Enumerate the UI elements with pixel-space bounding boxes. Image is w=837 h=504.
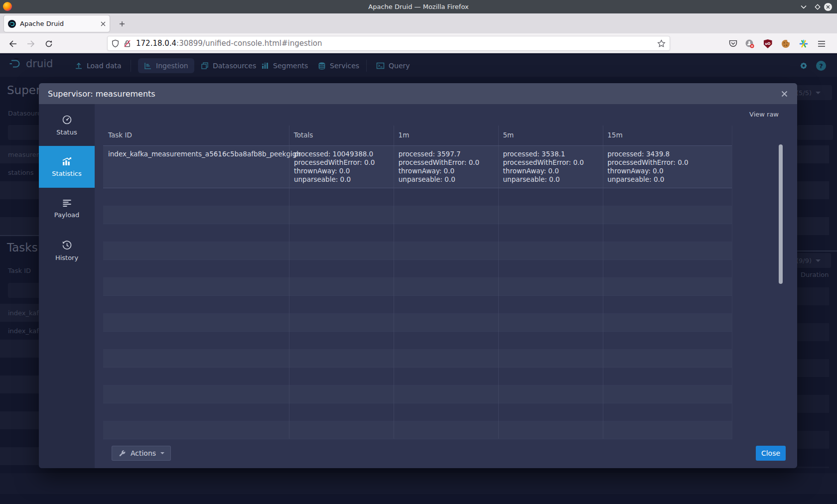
tasks-refresh-count[interactable]: (9/9) (791, 253, 831, 268)
forward-button[interactable] (24, 37, 37, 50)
nav-label-load-data: Load data (87, 62, 122, 70)
empty-table-row (103, 385, 732, 403)
services-icon (318, 62, 326, 70)
empty-table-row (103, 242, 732, 260)
segments-icon (261, 62, 269, 70)
ublock-shield: uO (764, 39, 772, 48)
empty-table-row (103, 296, 732, 314)
menu-hamburger-icon[interactable] (815, 37, 828, 50)
tab-payload[interactable]: Payload (39, 188, 95, 230)
table-scrollbar[interactable] (779, 144, 783, 284)
task-row[interactable]: index_kafk (0, 322, 39, 340)
pocket-icon[interactable] (726, 37, 739, 50)
extension-icon[interactable] (743, 37, 756, 50)
supervisor-datasource-cell: measurements (0, 145, 39, 158)
task-id-column-header: Task ID (8, 267, 31, 274)
url-path: :30899/unified-console.html#ingestion (176, 39, 322, 48)
browser-tab-bar: Apache Druid (0, 13, 837, 33)
nav-label-services: Services (330, 62, 359, 70)
nav-item-ingestion[interactable]: Ingestion (138, 58, 194, 73)
url-bar[interactable]: 172.18.0.4:30899/unified-console.html#in… (107, 36, 670, 51)
empty-table-row (103, 314, 732, 332)
tab-payload-label: Payload (54, 211, 80, 219)
table-header-row: Task ID Totals 1m 5m 15m (103, 126, 732, 145)
wrench-icon (118, 449, 126, 457)
window-minimize-button[interactable] (800, 3, 808, 11)
druid-nav-bar: druid Load data Ingestion Datasources (0, 55, 837, 77)
settings-gear-button[interactable] (799, 58, 809, 73)
empty-row (0, 181, 39, 199)
task-id-cell: index_kafk (0, 322, 39, 335)
col-header-15m[interactable]: 15m (602, 126, 732, 145)
empty-row (0, 217, 39, 235)
tab-statistics[interactable]: Statistics (39, 146, 95, 188)
tab-title: Apache Druid (20, 20, 101, 27)
druid-logo[interactable]: druid (8, 57, 53, 70)
cell-totals: processed: 10049388.0 processedWithError… (289, 146, 394, 188)
window-close-button[interactable] (824, 3, 832, 11)
table-row[interactable]: index_kafka_measurements_a5616c5ba8afb8b… (103, 145, 732, 188)
task-row[interactable]: index_kafk (0, 304, 39, 322)
help-button[interactable]: ? (816, 58, 826, 73)
url-text[interactable]: 172.18.0.4:30899/unified-console.html#in… (136, 39, 657, 48)
col-header-1m[interactable]: 1m (394, 126, 498, 145)
druid-favicon-icon (8, 20, 16, 28)
chart-arrow-icon (61, 156, 72, 166)
filter-input-clipped[interactable] (797, 125, 833, 140)
url-host: 172.18.0.4 (136, 39, 176, 48)
tab-statistics-label: Statistics (52, 170, 81, 177)
supervisor-row[interactable]: stations (0, 163, 39, 181)
close-button[interactable]: Close (756, 446, 786, 461)
task-id-cell: index_kafk (0, 304, 39, 317)
statistics-table: Task ID Totals 1m 5m 15m index_kafka_mea… (103, 126, 732, 439)
nav-item-services[interactable]: Services (318, 58, 359, 73)
history-clock-icon (62, 240, 72, 251)
druid-brand-text: druid (26, 58, 53, 70)
col-header-totals[interactable]: Totals (289, 126, 394, 145)
tab-status-label: Status (56, 128, 77, 136)
col-header-task-id[interactable]: Task ID (103, 126, 289, 145)
window-maximize-button[interactable] (814, 3, 822, 11)
column-separator (394, 126, 394, 439)
nav-label-segments: Segments (273, 62, 308, 70)
dialog-content: View raw Task ID Totals 1m 5m 15m index_… (95, 104, 797, 468)
task-filter-input[interactable] (8, 283, 43, 298)
tasks-heading: Tasks (7, 241, 38, 254)
supervisor-row[interactable]: measurements (0, 145, 39, 163)
firefox-logo-icon (3, 2, 12, 11)
chevron-down-icon (160, 452, 164, 454)
druid-console-page: druid Load data Ingestion Datasources (0, 53, 837, 504)
tab-history[interactable]: History (39, 230, 95, 271)
browser-tab-apache-druid[interactable]: Apache Druid (4, 15, 110, 32)
new-tab-button[interactable] (116, 17, 129, 30)
background-table-stripe (0, 473, 837, 494)
actions-button[interactable]: Actions (112, 446, 171, 461)
nav-item-load-data[interactable]: Load data (75, 58, 122, 73)
dialog-close-icon[interactable] (779, 89, 789, 99)
back-button[interactable] (6, 37, 19, 50)
colorful-asterisk-extension-icon[interactable] (797, 37, 810, 50)
tab-close-icon[interactable] (101, 21, 106, 26)
datasources-icon (201, 62, 209, 70)
nav-item-query[interactable]: Query (376, 58, 410, 73)
tracking-protection-shield-icon[interactable] (112, 39, 119, 48)
nav-item-segments[interactable]: Segments (261, 58, 308, 73)
supervisors-refresh-count[interactable]: (5/5) (791, 85, 832, 100)
tab-status[interactable]: Status (39, 104, 95, 146)
column-separator (498, 126, 499, 439)
screen: { "titlebar": { "title": "Apache Druid —… (0, 0, 837, 504)
nav-item-datasources[interactable]: Datasources (201, 58, 256, 73)
ublock-origin-icon[interactable]: uO (761, 37, 774, 50)
bookmark-star-icon[interactable] (657, 39, 666, 48)
druid-logo-icon (8, 57, 23, 70)
empty-table-row (103, 278, 732, 296)
col-header-5m[interactable]: 5m (498, 126, 602, 145)
supervisor-datasource-cell: stations (0, 163, 39, 176)
datasource-filter-input[interactable] (8, 125, 43, 140)
reload-button[interactable] (42, 37, 55, 50)
empty-table-row (103, 403, 732, 421)
insecure-lock-icon[interactable] (124, 39, 131, 48)
cookie-extension-icon[interactable] (779, 37, 792, 50)
view-raw-link[interactable]: View raw (749, 111, 779, 118)
empty-table-row (103, 368, 732, 385)
